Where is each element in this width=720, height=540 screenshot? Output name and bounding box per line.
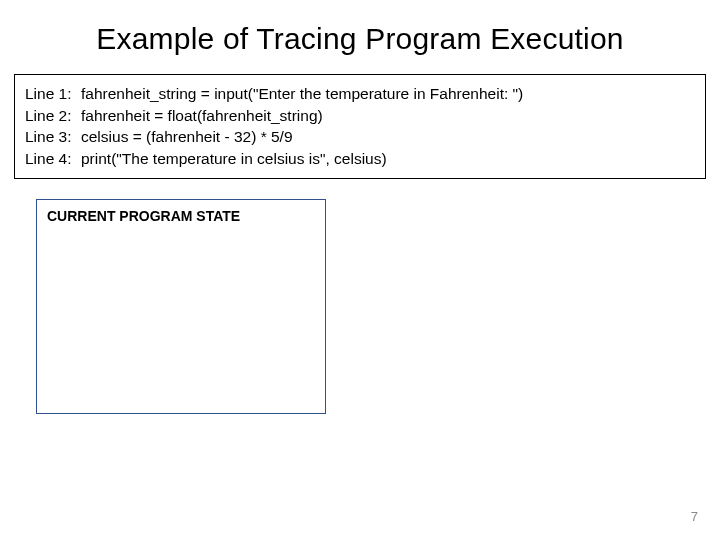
code-line: Line 3: celsius = (fahrenheit - 32) * 5/… [25,126,695,148]
line-label: Line 3: [25,126,81,148]
code-line: Line 4: print("The temperature in celsiu… [25,148,695,170]
slide-title: Example of Tracing Program Execution [0,0,720,74]
code-text: fahrenheit = float(fahrenheit_string) [81,105,695,127]
code-line: Line 1: fahrenheit_string = input("Enter… [25,83,695,105]
line-label: Line 1: [25,83,81,105]
program-state-box: CURRENT PROGRAM STATE [36,199,326,414]
line-label: Line 4: [25,148,81,170]
program-state-title: CURRENT PROGRAM STATE [47,208,315,224]
line-label: Line 2: [25,105,81,127]
code-line: Line 2: fahrenheit = float(fahrenheit_st… [25,105,695,127]
code-text: print("The temperature in celsius is", c… [81,148,695,170]
code-listing-box: Line 1: fahrenheit_string = input("Enter… [14,74,706,179]
page-number: 7 [691,509,698,524]
code-text: celsius = (fahrenheit - 32) * 5/9 [81,126,695,148]
code-text: fahrenheit_string = input("Enter the tem… [81,83,695,105]
